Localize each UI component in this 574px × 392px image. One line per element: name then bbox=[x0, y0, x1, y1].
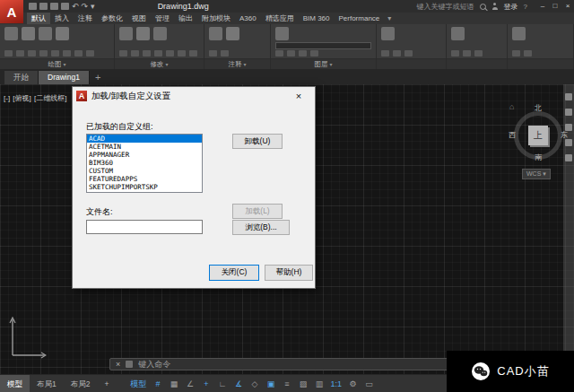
dialog-close-icon[interactable]: × bbox=[286, 87, 311, 105]
ribbon-tab-output[interactable]: 输出 bbox=[174, 13, 197, 24]
redo-icon[interactable]: ↷ bbox=[82, 3, 89, 11]
spline-icon[interactable] bbox=[39, 50, 48, 57]
visual-style-control[interactable]: [二维线框] bbox=[34, 94, 66, 102]
ribbon-tab-add-ins[interactable]: 附加模块 bbox=[197, 13, 235, 24]
region-icon[interactable] bbox=[63, 50, 71, 57]
layer-dropdown[interactable] bbox=[275, 42, 371, 49]
point-icon[interactable] bbox=[51, 50, 59, 57]
table-icon[interactable] bbox=[221, 50, 229, 57]
close-window-button[interactable]: × bbox=[561, 0, 574, 13]
new-file-icon[interactable] bbox=[29, 3, 37, 10]
file-tab-start[interactable]: 开始 bbox=[4, 71, 39, 84]
snap-mode-icon[interactable]: ▦ bbox=[167, 377, 180, 391]
customize-icon[interactable] bbox=[126, 361, 133, 368]
maximize-button[interactable]: □ bbox=[549, 0, 561, 13]
command-prompt[interactable]: 键入命令 bbox=[138, 359, 170, 370]
dimension-icon[interactable] bbox=[226, 27, 239, 40]
leader-icon[interactable] bbox=[209, 50, 217, 57]
viewcube-top-face[interactable]: 上 bbox=[528, 126, 548, 145]
panel-label-draw[interactable]: 绘图▾ bbox=[0, 58, 114, 69]
measure-icon[interactable] bbox=[512, 27, 526, 40]
trim-icon[interactable] bbox=[153, 27, 167, 40]
polar-tracking-icon[interactable]: ∡ bbox=[231, 377, 245, 391]
list-item[interactable]: APPMANAGER bbox=[87, 151, 202, 159]
open-file-icon[interactable] bbox=[39, 3, 48, 10]
paste-icon[interactable] bbox=[512, 50, 520, 57]
ribbon-tab-manage[interactable]: 管理 bbox=[151, 13, 174, 24]
ribbon-tab-view[interactable]: 视图 bbox=[127, 13, 151, 24]
object-snap-icon[interactable]: ▣ bbox=[264, 377, 277, 391]
minimize-button[interactable]: – bbox=[536, 0, 549, 13]
model-space-icon[interactable]: 模型 bbox=[128, 377, 148, 391]
rotate-icon[interactable] bbox=[136, 27, 150, 40]
save-icon[interactable] bbox=[50, 3, 58, 10]
layer-off-icon[interactable] bbox=[275, 50, 283, 57]
grid-icon[interactable]: # bbox=[151, 377, 164, 391]
workspace-icon[interactable]: ⚙ bbox=[346, 377, 360, 391]
help-icon[interactable]: ? bbox=[524, 3, 527, 11]
view-control[interactable]: [俯视] bbox=[13, 94, 30, 102]
list-item[interactable]: SKETCHUPIMPORTSKP bbox=[87, 183, 202, 191]
navigation-wheel-icon[interactable] bbox=[565, 93, 572, 100]
copy-clip-icon[interactable] bbox=[524, 50, 532, 57]
layer-freeze-icon[interactable] bbox=[299, 50, 307, 57]
dialog-title-bar[interactable]: A 加载/卸载自定义设置 × bbox=[73, 87, 315, 105]
linetype-icon[interactable] bbox=[474, 50, 483, 57]
ribbon-tab-bim-360[interactable]: BIM 360 bbox=[299, 13, 335, 24]
application-menu-button[interactable]: A bbox=[0, 0, 23, 23]
ellipse-icon[interactable] bbox=[16, 50, 24, 57]
attributes-icon[interactable] bbox=[404, 50, 413, 57]
line-icon[interactable] bbox=[4, 27, 18, 40]
ortho-icon[interactable]: ∟ bbox=[215, 377, 229, 391]
layer-isolate-icon[interactable] bbox=[287, 50, 295, 57]
fillet-icon[interactable] bbox=[143, 50, 151, 57]
compass-east-label[interactable]: 东 bbox=[561, 130, 568, 140]
home-icon[interactable]: ⌂ bbox=[509, 102, 514, 111]
stretch-icon[interactable] bbox=[189, 50, 197, 57]
mirror-icon[interactable] bbox=[131, 50, 139, 57]
list-item[interactable]: CUSTOM bbox=[87, 167, 202, 175]
gradient-icon[interactable] bbox=[74, 50, 83, 57]
layout-tab-new-layout[interactable]: + bbox=[97, 375, 116, 392]
erase-icon[interactable] bbox=[166, 50, 174, 57]
array-icon[interactable] bbox=[154, 50, 162, 57]
viewport-menu[interactable]: [-] bbox=[4, 94, 10, 102]
help-button[interactable]: 帮助(H) bbox=[265, 265, 313, 281]
ribbon-tab-annotate[interactable]: 注释 bbox=[74, 13, 97, 24]
circle-icon[interactable] bbox=[39, 27, 52, 40]
ribbon-collapse-icon[interactable]: ▾ bbox=[387, 13, 391, 24]
compass-south-label[interactable]: 南 bbox=[535, 152, 542, 162]
close-icon[interactable]: × bbox=[116, 360, 120, 369]
browse-button[interactable]: 浏览(B)... bbox=[232, 220, 290, 235]
panel-label-layers[interactable]: 图层▾ bbox=[271, 58, 376, 69]
clean-screen-icon[interactable]: ▭ bbox=[362, 377, 376, 391]
list-item[interactable]: BIM360 bbox=[87, 159, 202, 167]
isodraft-icon[interactable]: ◇ bbox=[248, 377, 261, 391]
create-block-icon[interactable] bbox=[381, 50, 389, 57]
move-icon[interactable] bbox=[119, 27, 133, 40]
compass-west-label[interactable]: 西 bbox=[509, 130, 516, 140]
ribbon-tab-home[interactable]: 默认 bbox=[27, 13, 50, 24]
ribbon-tab-featured-apps[interactable]: 精选应用 bbox=[261, 13, 299, 24]
plot-icon[interactable] bbox=[61, 3, 69, 10]
copy-icon[interactable] bbox=[119, 50, 127, 57]
compass-north-label[interactable]: 北 bbox=[535, 103, 542, 113]
match-properties-icon[interactable] bbox=[451, 50, 459, 57]
panel-label-annotation[interactable]: 注释▾ bbox=[204, 58, 270, 69]
properties-icon[interactable] bbox=[451, 27, 465, 40]
transparency-icon[interactable]: ▨ bbox=[296, 377, 309, 391]
search-icon[interactable] bbox=[480, 4, 486, 10]
ribbon-tab-parametric[interactable]: 参数化 bbox=[97, 13, 127, 24]
panel-label-modify[interactable]: 修改▾ bbox=[115, 58, 204, 69]
viewcube[interactable]: ⌂ 上 北 南 西 东 WCS ▾ bbox=[509, 102, 567, 187]
layer-properties-icon[interactable] bbox=[275, 27, 289, 40]
annotation-scale-icon[interactable]: 1:1 bbox=[328, 377, 344, 391]
dynamic-input-icon[interactable]: + bbox=[199, 377, 213, 391]
ribbon-tab-a360[interactable]: A360 bbox=[235, 13, 261, 24]
list-item[interactable]: FEATUREDAPPS bbox=[87, 175, 202, 183]
unload-button[interactable]: 卸载(U) bbox=[232, 134, 283, 149]
lineweight-icon[interactable]: ≡ bbox=[280, 377, 293, 391]
close-dialog-button[interactable]: 关闭(C) bbox=[209, 265, 259, 281]
qat-dropdown-icon[interactable]: ▾ bbox=[91, 3, 95, 11]
undo-icon[interactable]: ↶ bbox=[72, 3, 79, 11]
